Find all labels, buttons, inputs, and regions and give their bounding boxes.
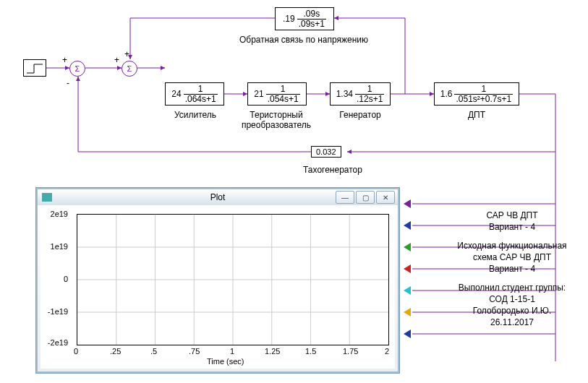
info-line: САР ЧВ ДПТ — [443, 210, 581, 221]
ytick: 0 — [39, 275, 68, 283]
gain-value: .19 — [283, 14, 297, 24]
tf-num: 1 — [355, 85, 384, 95]
sink-arrow-icon — [404, 221, 411, 230]
label-amplifier: Усилитель — [152, 110, 239, 120]
sign-s2-plus-left: + — [114, 55, 119, 65]
summing-junction-2[interactable]: Σ — [122, 61, 137, 77]
sink-arrow-icon — [404, 308, 411, 317]
summing-junction-1[interactable]: Σ — [69, 61, 85, 77]
xtick: .25 — [110, 347, 121, 356]
tf-num: .09s — [297, 9, 326, 20]
plot-xlabel: Time (sec) — [207, 357, 244, 366]
tf-num: 1 — [266, 85, 300, 95]
info-line: Голобородько И.Ю. — [443, 305, 581, 317]
gain-value: 21 — [254, 89, 265, 99]
plot-app-icon — [42, 193, 52, 202]
sign-s1-plus: + — [62, 55, 67, 65]
label-voltage-feedback: Обратная связь по напряжению — [210, 35, 398, 45]
label-generator: Генератор — [317, 110, 404, 120]
sink-arrow-icon — [404, 330, 411, 338]
window-maximize-button[interactable]: ▢ — [356, 191, 375, 204]
tf-den: .09s+1 — [297, 20, 326, 29]
ytick: 2e19 — [39, 210, 68, 218]
plot-window[interactable]: Plot — ▢ ✕ — [36, 188, 399, 373]
window-close-button[interactable]: ✕ — [376, 191, 395, 204]
label-tacho: Тахогенератор — [275, 165, 391, 175]
ytick: -1e19 — [39, 307, 68, 316]
gain-value: 24 — [171, 89, 183, 99]
tf-den: .064s+1 — [184, 95, 218, 104]
gain-value: 1.6 — [440, 89, 455, 99]
xtick: 0 — [74, 347, 78, 356]
tf-num: 1 — [184, 85, 218, 95]
sign-s2-plus-top: + — [124, 49, 129, 59]
plot-area: 2e19 1e19 0 -1e19 -2e19 0 .25 .5 .75 1 1… — [41, 208, 395, 369]
label-dpt: ДПТ — [434, 110, 519, 120]
info-line: Вариант - 4 — [443, 263, 581, 275]
plot-grid — [77, 214, 389, 345]
xtick: 2 — [385, 347, 389, 356]
xtick: 1.5 — [305, 347, 316, 356]
xtick: .75 — [189, 347, 200, 356]
block-amplifier[interactable]: 24 1 .064s+1 — [165, 82, 224, 106]
sink-arrow-icon — [404, 243, 411, 251]
plot-titlebar[interactable]: Plot — ▢ ✕ — [38, 189, 398, 205]
info-line: СОД 1-15-1 — [443, 293, 581, 305]
block-tacho-gain[interactable]: 0.032 — [311, 146, 341, 158]
tf-num: 1 — [454, 85, 513, 95]
tf-den: .12s+1 — [355, 95, 384, 104]
sink-arrow-icon — [404, 286, 411, 295]
block-dpt[interactable]: 1.6 1 .051s²+0.7s+1 — [434, 82, 519, 106]
xtick: 1 — [230, 347, 234, 356]
xtick: 1.75 — [343, 347, 358, 356]
block-thyristor[interactable]: 21 1 .054s+1 — [247, 82, 307, 106]
window-minimize-button[interactable]: — — [336, 191, 354, 204]
info-line: Выполнил студент группы: — [443, 282, 581, 293]
info-line: Исходная функциональная — [443, 240, 581, 251]
info-line: Вариант - 4 — [443, 221, 581, 233]
gain-value: 1.34 — [336, 89, 355, 99]
sign-s1-minus: - — [67, 78, 69, 88]
info-line: 26.11.2017 — [443, 317, 581, 328]
ytick: 1e19 — [39, 242, 68, 251]
diagram-canvas: Σ + - Σ + + .19 .09s .09s+1 Обратная свя… — [0, 0, 588, 383]
block-voltage-feedback[interactable]: .19 .09s .09s+1 — [275, 7, 334, 30]
tf-den: .051s²+0.7s+1 — [454, 95, 513, 104]
info-block: САР ЧВ ДПТ Вариант - 4 Исходная функцион… — [443, 210, 581, 328]
tf-den: .054s+1 — [266, 95, 300, 104]
block-generator[interactable]: 1.34 1 .12s+1 — [330, 82, 391, 106]
ytick: -2e19 — [39, 338, 68, 347]
xtick: 1.25 — [265, 347, 280, 356]
sink-arrow-icon — [404, 264, 411, 273]
info-line: схема САР ЧВ ДПТ — [443, 251, 581, 263]
sink-arrow-icon — [404, 199, 411, 208]
xtick: .5 — [150, 347, 157, 356]
step-source[interactable] — [23, 59, 46, 77]
label-thyristor: Теристорный преобразователь — [233, 110, 320, 130]
